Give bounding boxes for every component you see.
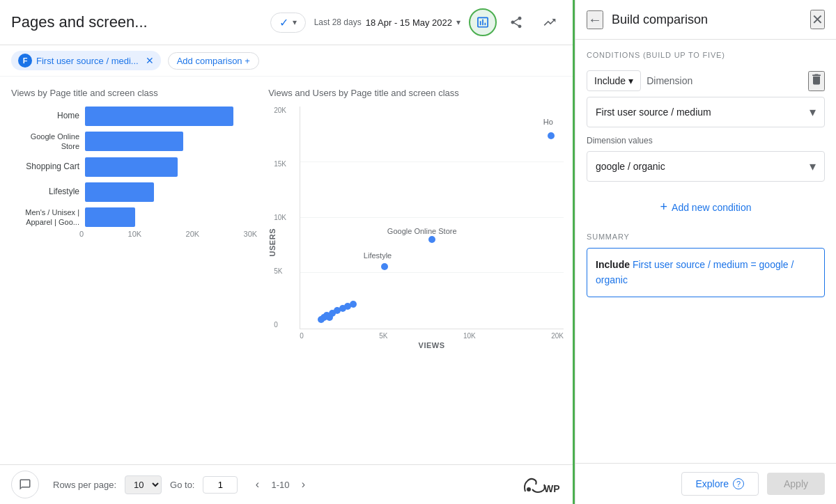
scatter-dot-lifestyle (381, 263, 388, 270)
scatter-x-axis: 0 5K 10K 20K (300, 332, 564, 340)
scatter-area: 20K 15K 10K 5K 0 (300, 107, 564, 329)
share-button[interactable] (502, 8, 530, 36)
bar-chart: Home Google Online Store Shopping Cart (11, 107, 257, 227)
bar-label: Home (17, 111, 79, 122)
scatter-dot (350, 301, 357, 308)
scatter-x-axis-title: VIEWS (300, 341, 564, 349)
rows-per-page-select[interactable]: 10 25 50 (125, 475, 162, 494)
comparison-button[interactable] (469, 8, 497, 36)
explore-button[interactable]: Explore ? (681, 472, 759, 496)
add-comparison-label: Add comparison + (177, 56, 250, 66)
y-label: 15K (274, 160, 286, 168)
scatter-chart-title: Views and Users by Page title and screen… (268, 88, 564, 98)
delete-condition-button[interactable] (808, 71, 825, 91)
add-condition-button[interactable]: + Add new condition (587, 193, 825, 221)
scatter-label-lifestyle: Lifestyle (364, 251, 392, 260)
scatter-label-google-store: Google Online Store (387, 227, 457, 235)
panel-title: Build comparison (612, 13, 802, 27)
bar (85, 182, 154, 202)
apply-button[interactable]: Apply (767, 473, 825, 495)
panel-body: CONDITIONS (BUILD UP TO FIVE) Include ▾ … (575, 40, 836, 463)
chip-close-icon[interactable]: ✕ (146, 55, 154, 66)
header: Pages and screen... ✓ ▾ Last 28 days 18 … (0, 0, 575, 45)
dimension-label: Dimension (647, 75, 803, 86)
logo: WP (522, 474, 564, 495)
chevron-down-icon: ▾ (628, 75, 633, 86)
x-label: 20K (551, 332, 564, 340)
panel-back-button[interactable]: ← (587, 10, 603, 29)
bar-label: Lifestyle (17, 187, 79, 198)
summary-section: SUMMARY Include First user source / medi… (587, 233, 825, 297)
bar-label: Google Online Store (17, 132, 79, 152)
plus-icon: + (660, 200, 668, 214)
bar-row: Home (17, 107, 257, 126)
summary-box: Include First user source / medium = goo… (587, 248, 825, 297)
condition-row: Include ▾ Dimension First user source / … (587, 70, 825, 182)
bar-row: Google Online Store (17, 132, 257, 152)
comparison-chip[interactable]: F First user source / medi... ✕ (11, 51, 161, 70)
dimension-value: First user source / medium (596, 107, 711, 118)
bar-axis-label: 30K (244, 230, 258, 238)
y-label: 0 (274, 321, 286, 329)
y-label: 20K (274, 107, 286, 114)
goto-label: Go to: (170, 480, 194, 490)
bar-row: Lifestyle (17, 182, 257, 202)
panel-close-button[interactable]: ✕ (810, 10, 825, 29)
chevron-down-icon: ▾ (293, 17, 297, 27)
bar (85, 157, 178, 177)
add-comparison-button[interactable]: Add comparison + (168, 52, 259, 70)
side-panel: ← Build comparison ✕ CONDITIONS (BUILD U… (575, 0, 836, 504)
date-range: Last 28 days 18 Apr - 15 May 2022 ▾ (314, 17, 460, 28)
chevron-down-icon: ▾ (810, 104, 816, 120)
bar (85, 107, 233, 126)
bar-container (85, 107, 257, 126)
x-label: 0 (300, 332, 304, 340)
bar-axis-label: 10K (128, 230, 142, 238)
panel-header: ← Build comparison ✕ (575, 0, 836, 40)
bar-container (85, 132, 257, 151)
summary-label: SUMMARY (587, 233, 825, 241)
next-page-button[interactable]: › (293, 473, 315, 496)
svg-text:WP: WP (544, 483, 560, 494)
bar-axis-label: 20K (186, 230, 200, 238)
dimension-value-text: google / organic (596, 161, 665, 172)
chevron-down-icon: ▾ (456, 17, 460, 27)
bar-axis: 0 10K 20K 30K (11, 230, 257, 238)
pagination-info: 1-10 (271, 480, 289, 490)
x-label: 5K (379, 332, 387, 340)
scatter-label-ho: Ho (543, 118, 553, 126)
bar-axis-label: 0 (79, 230, 84, 238)
bar-label: Shopping Cart (17, 162, 79, 173)
summary-bold: Include (596, 259, 630, 270)
dimension-value-select[interactable]: google / organic ▾ (587, 151, 825, 182)
scatter-dot (548, 132, 555, 139)
bar-row: Shopping Cart (17, 157, 257, 177)
status-badge[interactable]: ✓ ▾ (270, 13, 306, 33)
rows-per-page-label: Rows per page: (53, 480, 116, 490)
check-icon: ✓ (279, 16, 288, 29)
goto-input[interactable] (203, 476, 238, 494)
bar-row: Men's / Unisex | Apparel | Goo... (17, 207, 257, 228)
x-label: 10K (463, 332, 476, 340)
conditions-label: CONDITIONS (BUILD UP TO FIVE) (587, 51, 825, 59)
bar-container (85, 157, 257, 177)
toolbar-icons (469, 8, 564, 36)
date-value[interactable]: 18 Apr - 15 May 2022 (366, 17, 452, 28)
scatter-chart-section: Views and Users by Page title and screen… (268, 88, 564, 453)
y-label: 10K (274, 214, 286, 221)
charts-area: Views by Page title and screen class Hom… (0, 77, 575, 464)
panel-footer: Explore ? Apply (575, 463, 836, 504)
bar-chart-title: Views by Page title and screen class (11, 88, 257, 98)
scatter-dot-google-store (428, 236, 435, 243)
prev-page-button[interactable]: ‹ (246, 473, 268, 496)
dimension-select[interactable]: First user source / medium ▾ (587, 97, 825, 127)
dimension-values-label: Dimension values (587, 136, 825, 145)
include-dropdown[interactable]: Include ▾ (587, 70, 641, 91)
trend-button[interactable] (536, 8, 564, 36)
bar (85, 132, 183, 151)
svg-point-0 (527, 487, 531, 491)
bar-container (85, 182, 257, 202)
bottom-bar: Rows per page: 10 25 50 Go to: ‹ 1-10 › … (0, 464, 575, 504)
feedback-button[interactable] (11, 471, 39, 498)
include-label: Include (594, 75, 626, 86)
